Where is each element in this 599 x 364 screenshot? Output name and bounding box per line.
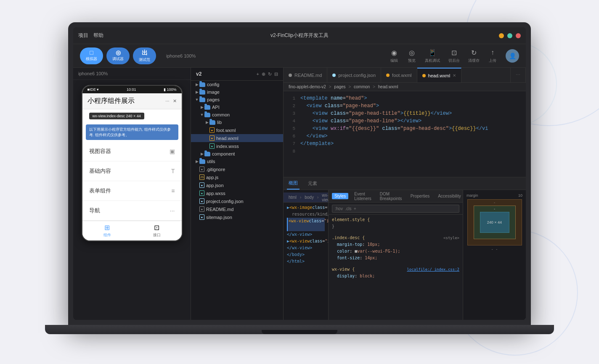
tree-label-app-js: app.js <box>206 175 218 180</box>
maximize-button[interactable] <box>507 33 512 38</box>
window-controls <box>499 33 521 38</box>
bm-content-size: 240 × 44 <box>487 220 502 224</box>
styles-filter-input[interactable] <box>332 205 459 213</box>
breadcrumb-sep-0: > <box>329 84 331 89</box>
tab-more[interactable]: ⋯ <box>510 68 526 82</box>
tree-label-index-wxss: index.wxss <box>216 144 239 149</box>
tab-label-project-config: project.config.json <box>338 73 376 78</box>
action-background[interactable]: ⊡ 切后台 <box>448 48 460 63</box>
phone-highlight-box: 以下用展示小程序官方组件能力, 组件样式仅供参考. 组件样式仅供参考。 <box>86 124 178 140</box>
phone-nav-item-0[interactable]: ⊞ 组件 <box>82 221 132 240</box>
new-folder-icon[interactable]: ⊕ <box>262 71 265 77</box>
minimize-button[interactable] <box>499 33 504 38</box>
tree-label-app-json: app.json <box>206 183 224 188</box>
tree-item-api[interactable]: ▶ API <box>191 103 283 111</box>
file-icon-foot-wxml: ■ <box>209 127 215 133</box>
tab-foot-wxml[interactable]: foot.wxml <box>381 68 417 82</box>
style-source-wx-view[interactable]: localfile:/_index.css:2 <box>407 266 459 273</box>
clear-cache-label: 清缓存 <box>468 58 480 63</box>
style-selector-element: element.style { <box>332 217 370 222</box>
tab-project-config[interactable]: project.config.json <box>327 68 381 82</box>
user-avatar[interactable]: 👤 <box>506 49 519 63</box>
phone-menu-item-3[interactable]: 导航 ··· <box>82 201 182 221</box>
phone-menu-item-2[interactable]: 表单组件 ≡ <box>82 181 182 201</box>
menu-item-icon-1: T <box>171 168 175 174</box>
dom-tag-html[interactable]: html <box>287 195 298 200</box>
tree-label-sitemap: sitemap.json <box>206 215 232 220</box>
tree-item-sitemap[interactable]: ▶ ■ sitemap.json <box>191 213 283 221</box>
phone-more-icon[interactable]: ··· <box>165 98 169 104</box>
menu-item-project[interactable]: 项目 <box>78 32 88 39</box>
tree-item-app-js[interactable]: ▶ JS app.js <box>191 173 283 181</box>
tree-item-pages[interactable]: ▼ pages <box>191 96 283 103</box>
action-device-debug[interactable]: 📱 真机调试 <box>425 48 440 63</box>
app-window: 项目 帮助 v2-FinClip小程序开发工具 □ <box>73 27 526 320</box>
refresh-icon[interactable]: ↻ <box>268 71 272 77</box>
bm-padding-label: - <box>494 207 495 211</box>
mode-btn-simulator[interactable]: □ 模拟器 <box>80 47 103 64</box>
collapse-icon[interactable]: ⊟ <box>274 71 278 77</box>
new-file-icon[interactable]: + <box>257 71 259 77</box>
menu-item-help[interactable]: 帮助 <box>93 32 103 39</box>
tab-head-wxml[interactable]: head.wxml ✕ <box>417 68 462 82</box>
style-prop-color: color <box>337 249 350 253</box>
phone-nav-label-1: 接口 <box>153 232 161 238</box>
action-preview[interactable]: ◎ 预览 <box>407 48 416 63</box>
tree-item-app-wxss[interactable]: ▶ ■ app.wxss <box>191 189 283 197</box>
laptop-screen: 项目 帮助 v2-FinClip小程序开发工具 □ <box>73 27 526 320</box>
tree-item-image[interactable]: ▶ image <box>191 88 283 96</box>
styles-tab-dom-breakpoints[interactable]: DOM Breakpoints <box>377 191 405 202</box>
dom-tag-wx-view-index[interactable]: wx-view.index <box>320 193 328 202</box>
phone-title: 小程序组件展示 <box>87 97 135 106</box>
menu-item-label-2: 表单组件 <box>89 187 111 195</box>
devtools-tab-overview[interactable]: 概图 <box>287 177 300 190</box>
style-closing-element: } <box>332 224 334 229</box>
phone-menu-item-1[interactable]: 基础内容 T <box>82 161 182 181</box>
phone-tooltip: wx-view.index-desc 240 × 44 <box>89 113 144 119</box>
tab-readme[interactable]: README.md <box>284 68 327 82</box>
phone-menu-item-0[interactable]: 视图容器 ▣ <box>82 142 182 161</box>
mode-btn-debugger[interactable]: ◎ 调试器 <box>106 47 130 64</box>
dom-tag-body[interactable]: body <box>303 195 315 200</box>
line-num-2: 2 <box>284 102 300 110</box>
tree-item-utils[interactable]: ▶ utils <box>191 158 283 165</box>
phone-nav-item-1[interactable]: ⊡ 接口 <box>132 221 182 240</box>
devtools-line-5: </body> <box>287 251 325 258</box>
tree-item-index-wxss[interactable]: ▶ ■ index.wxss <box>191 142 283 150</box>
code-editor[interactable]: 1 <template name="head"> 2 <view class="… <box>284 91 526 177</box>
title-bar: 项目 帮助 v2-FinClip小程序开发工具 <box>73 27 526 44</box>
styles-tab-styles[interactable]: Styles <box>332 193 348 199</box>
tree-item-app-json[interactable]: ▶ ■ app.json <box>191 181 283 189</box>
title-bar-left: 项目 帮助 <box>78 32 103 39</box>
close-button[interactable] <box>516 33 521 38</box>
mode-btn-test[interactable]: 出 测试范 <box>133 47 156 64</box>
tab-close-head-wxml[interactable]: ✕ <box>453 73 456 78</box>
phone-status-left: ■IDE ▾ <box>87 87 99 92</box>
devtools-tab-element[interactable]: 元素 <box>306 177 319 190</box>
action-upload[interactable]: ↑ 上传 <box>488 48 497 63</box>
styles-tab-accessibility[interactable]: Accessibility <box>435 193 463 199</box>
styles-tab-properties[interactable]: Properties <box>408 193 432 199</box>
edit-icon: ◉ <box>390 48 399 57</box>
box-model-diagram: - - - 240 × 44 <box>467 199 522 245</box>
tree-item-lib[interactable]: ▶ lib <box>191 119 283 126</box>
tree-item-component[interactable]: ▶ component <box>191 150 283 158</box>
tree-item-foot-wxml[interactable]: ▶ ■ foot.wxml <box>191 126 283 134</box>
bm-bottom-dashes: - - <box>492 247 498 251</box>
tree-item-gitignore[interactable]: ▶ ■ .gitignore <box>191 165 283 173</box>
dom-element-bar: html › body › wx-view.index › wx-view.in… <box>284 193 328 203</box>
tree-item-common[interactable]: ▼ common <box>191 111 283 119</box>
tree-item-readme[interactable]: ▶ ■ README.md <box>191 205 283 213</box>
action-clear-cache[interactable]: ↻ 清缓存 <box>468 48 480 63</box>
tree-item-head-wxml[interactable]: ▶ ■ head.wxml <box>191 134 283 142</box>
menu-item-icon-2: ≡ <box>171 187 175 194</box>
breadcrumb-part-2: common <box>354 84 370 89</box>
styles-tab-event-listeners[interactable]: Event Listeners <box>352 191 374 202</box>
style-selector-index-desc: .index-desc { <box>332 235 365 240</box>
phone-close-icon[interactable]: ✕ <box>173 98 177 104</box>
menu-items: 项目 帮助 <box>78 32 103 39</box>
action-edit[interactable]: ◉ 编辑 <box>390 48 399 63</box>
code-line-1: 1 <template name="head"> <box>284 95 526 102</box>
tree-item-project-config[interactable]: ▶ ■ project.config.json <box>191 197 283 205</box>
tree-item-config[interactable]: ▶ config <box>191 81 283 88</box>
